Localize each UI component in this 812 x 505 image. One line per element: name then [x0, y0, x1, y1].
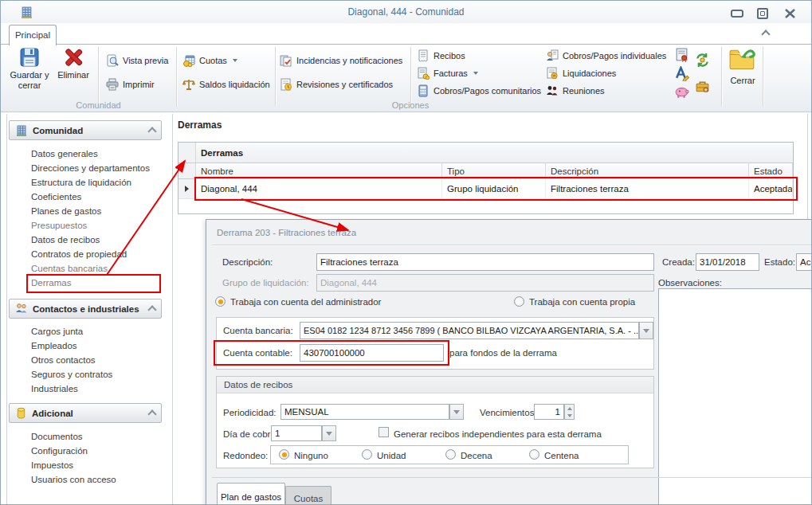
- sidebar-item-planes-gastos[interactable]: Planes de gastos: [31, 205, 101, 217]
- column-header-descripcion[interactable]: Descripción: [546, 163, 749, 178]
- vencimientos-input[interactable]: 1: [534, 404, 564, 420]
- radio-redondeo-centena[interactable]: [529, 449, 539, 460]
- sidebar-item-impuestos[interactable]: Impuestos: [31, 459, 73, 472]
- estado-input[interactable]: Ac: [796, 253, 812, 271]
- descripcion-input[interactable]: Filtraciones terraza: [316, 253, 654, 271]
- radio-redondeo-unidad[interactable]: [362, 449, 372, 460]
- sidebar-section-adicional[interactable]: Adicional: [9, 403, 162, 423]
- sidebar-item-coeficientes[interactable]: Coeficientes: [31, 190, 81, 203]
- incidencias-button[interactable]: Incidencias y notificaciones: [280, 53, 402, 69]
- grid-gutter-cell: [178, 143, 196, 162]
- saldos-button[interactable]: Saldos liquidación: [182, 76, 270, 92]
- sidebar-main-divider: [172, 114, 173, 504]
- sidebar-section-contactos[interactable]: Contactos e industriales: [9, 299, 162, 319]
- sidebar-item-usuarios[interactable]: Usuarios con acceso: [31, 473, 116, 486]
- revisiones-button[interactable]: Revisiones y certificados: [280, 76, 393, 92]
- window-title: Diagonal, 444 - Comunidad: [1, 6, 811, 18]
- cell-nombre: Diagonal, 444: [196, 179, 442, 198]
- radio-redondeo-ninguno[interactable]: [279, 449, 289, 460]
- liquidaciones-label: Liquidaciones: [563, 69, 616, 78]
- periodicidad-combo[interactable]: MENSUAL: [280, 404, 449, 420]
- ribbon-separator: [176, 47, 177, 106]
- cobros-individuales-button[interactable]: Cobros/Pagos individuales: [546, 48, 666, 64]
- restore-button[interactable]: [755, 7, 770, 19]
- briefcase-icon-button[interactable]: [695, 79, 711, 95]
- ribbon-separator: [410, 47, 411, 106]
- sidebar-item-contratos[interactable]: Contratos de propiedad: [31, 248, 127, 260]
- cuenta-contable-hint: para fondos de la derrama: [449, 348, 557, 358]
- observaciones-textarea[interactable]: [658, 288, 812, 505]
- radio-redondeo-decena[interactable]: [445, 449, 456, 460]
- cuenta-contable-label: Cuenta contable:: [223, 348, 292, 358]
- certificate-icon: [674, 48, 689, 63]
- column-header-tipo[interactable]: Tipo: [442, 163, 546, 178]
- incidencias-label: Incidencias y notificaciones: [296, 56, 402, 65]
- radio-cuenta-administrador[interactable]: [215, 296, 226, 307]
- sidebar-item-direcciones[interactable]: Direcciones y departamentos: [31, 162, 150, 174]
- facturas-button[interactable]: Facturas: [417, 65, 478, 81]
- periodicidad-dropdown-button[interactable]: [449, 404, 464, 420]
- liquidaciones-icon: [546, 67, 559, 80]
- radio-cuenta-propia-label: Trabaja con cuenta propia: [529, 297, 635, 307]
- cobros-comunitarios-icon: [417, 84, 430, 97]
- reuniones-icon: [546, 84, 559, 97]
- sidebar-item-presupuestos[interactable]: Presupuestos: [31, 219, 87, 232]
- radio-redondeo-decena-label: Decena: [461, 451, 492, 460]
- preview-button[interactable]: Vista previa: [106, 53, 168, 69]
- close-button[interactable]: [783, 7, 797, 19]
- delete-button[interactable]: Eliminar: [52, 47, 95, 80]
- radio-cuenta-propia[interactable]: [514, 296, 524, 307]
- sidebar-item-cargos-junta[interactable]: Cargos junta: [31, 325, 83, 338]
- datos-recibos-header: Datos de recibos: [217, 377, 653, 393]
- letter-a-pen-icon-button[interactable]: [674, 66, 690, 82]
- sidebar-item-documentos[interactable]: Documentos: [31, 430, 83, 443]
- dia-cobro-combo[interactable]: 1: [271, 425, 322, 441]
- cuenta-bancaria-dropdown-button[interactable]: [639, 322, 653, 339]
- cuenta-contable-input[interactable]: 430700100000: [300, 344, 444, 362]
- section-title: Contactos e industriales: [33, 304, 139, 314]
- dialog-title: Derrama 203 - Filtraciones terraza: [217, 228, 356, 237]
- tab-principal[interactable]: Principal: [9, 25, 57, 45]
- vencimientos-spinner[interactable]: [564, 404, 575, 420]
- liquidaciones-button[interactable]: Liquidaciones: [546, 65, 616, 81]
- print-button[interactable]: Imprimir: [106, 76, 155, 92]
- cerrar-button[interactable]: Cerrar: [724, 48, 761, 86]
- reuniones-button[interactable]: Reuniones: [546, 83, 605, 99]
- tab-plan-de-gastos[interactable]: Plan de gastos: [217, 483, 285, 505]
- column-header-nombre[interactable]: Nombre: [196, 163, 442, 178]
- tab-cuotas[interactable]: Cuotas: [285, 486, 331, 505]
- recibos-label: Recibos: [433, 51, 465, 61]
- sidebar-section-comunidad[interactable]: Comunidad: [9, 120, 162, 140]
- facturas-label: Facturas: [433, 69, 468, 78]
- piggy-bank-icon-button[interactable]: [674, 84, 690, 100]
- revisiones-label: Revisiones y certificados: [296, 80, 393, 89]
- cuenta-bancaria-combo[interactable]: ES04 0182 1234 8712 3456 7899 ( BANCO BI…: [300, 322, 639, 339]
- generar-recibos-checkbox[interactable]: [379, 427, 389, 437]
- ribbon-separator: [275, 47, 276, 106]
- preview-icon: [106, 54, 119, 67]
- cobros-comunitarios-button[interactable]: Cobros/Pagos comunitarios: [417, 83, 541, 99]
- sidebar-item-empleados[interactable]: Empleados: [31, 339, 77, 352]
- sidebar-item-seguros[interactable]: Seguros y contratos: [31, 368, 112, 381]
- sidebar-item-derramas[interactable]: Derramas: [31, 276, 71, 289]
- ribbon-collapse-button[interactable]: [763, 29, 770, 37]
- save-close-button[interactable]: Guardar y cerrar: [9, 47, 50, 91]
- table-row[interactable]: Diagonal, 444 Grupo liquidación Filtraci…: [178, 179, 793, 199]
- sidebar-item-estructura[interactable]: Estructura de liquidación: [31, 176, 131, 189]
- saldos-label: Saldos liquidación: [199, 80, 270, 89]
- sidebar-item-configuracion[interactable]: Configuración: [31, 444, 88, 457]
- cuotas-button[interactable]: Cuotas: [182, 53, 237, 69]
- creada-input[interactable]: 31/01/2018: [696, 253, 759, 271]
- sidebar-item-cuentas-bancarias[interactable]: Cuentas bancarias: [31, 262, 108, 275]
- sidebar-item-industriales[interactable]: Industriales: [31, 382, 78, 395]
- recibos-button[interactable]: Recibos: [417, 48, 465, 64]
- column-header-estado[interactable]: Estado: [749, 163, 793, 178]
- certificate-icon-button[interactable]: [674, 48, 690, 64]
- minimize-button[interactable]: [730, 7, 744, 19]
- sidebar-item-datos-generales[interactable]: Datos generales: [31, 147, 98, 160]
- sidebar-item-otros-contactos[interactable]: Otros contactos: [31, 354, 96, 366]
- transfer-money-icon-button[interactable]: [695, 53, 711, 69]
- dia-cobro-dropdown-button[interactable]: [322, 425, 336, 441]
- revisiones-icon: [280, 78, 292, 91]
- sidebar-item-datos-recibos[interactable]: Datos de recibos: [31, 233, 100, 246]
